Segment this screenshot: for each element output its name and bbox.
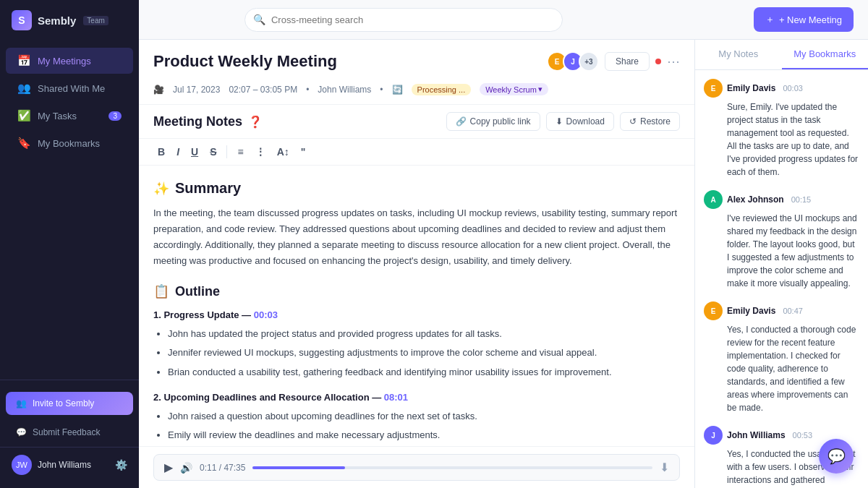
invite-label: Invite to Sembly (33, 398, 94, 408)
comment-time: 00:53 (793, 431, 813, 440)
recording-indicator (655, 59, 661, 64)
settings-icon[interactable]: ⚙️ (115, 459, 127, 471)
right-panel: My Notes My Bookmarks E Emily Davis 00:0… (694, 40, 868, 488)
new-meeting-label: + New Meeting (779, 14, 842, 25)
play-button[interactable]: ▶ (164, 461, 173, 474)
player-download-button[interactable]: ⬇ (660, 461, 669, 474)
bullet-item: Jennifer reviewed UI mockups, suggesting… (168, 345, 680, 361)
timestamp-link[interactable]: 00:03 (254, 309, 278, 320)
comment-item: E Emily Davis 00:47 Yes, I conducted a t… (704, 301, 859, 414)
sidebar-nav: 📅 My Meetings 👥 Shared With Me ✅ My Task… (0, 40, 139, 380)
font-size-button[interactable]: A↕ (273, 143, 294, 160)
processing-tag: Processing ... (412, 84, 472, 95)
dot-sep: • (306, 85, 309, 95)
category-tag[interactable]: Weekly Scrum ▾ (480, 83, 548, 95)
help-icon[interactable]: ❓ (248, 115, 263, 129)
chat-icon: 💬 (16, 427, 27, 437)
outline-item-title: 2. Upcoming Deadlines and Resource Alloc… (153, 392, 680, 403)
italic-button[interactable]: I (172, 143, 184, 160)
sidebar-item-label: Shared With Me (38, 83, 105, 94)
notes-title: Meeting Notes ❓ (153, 114, 263, 129)
sidebar: S Sembly Team 📅 My Meetings 👥 Shared Wit… (0, 0, 139, 488)
comment-time: 00:15 (791, 195, 812, 204)
comment-avatar: J (704, 426, 723, 445)
outline-items: 1. Progress Update — 00:03 John has upda… (153, 309, 680, 442)
search-input[interactable] (244, 8, 563, 32)
user-row: JW John Williams ⚙️ (0, 447, 139, 482)
main-content: 🔍 ＋ + New Meeting Product Weekly Meeting… (139, 0, 868, 488)
numbered-list-button[interactable]: ⋮ (251, 143, 270, 160)
sidebar-item-my-meetings[interactable]: 📅 My Meetings (6, 48, 133, 74)
toolbar-right: 🔗 Copy public link ⬇ Download ↺ Restore (446, 112, 680, 131)
bold-button[interactable]: B (153, 143, 169, 160)
tab-my-notes[interactable]: My Notes (695, 40, 782, 69)
feedback-label: Submit Feedback (33, 427, 100, 437)
calendar-icon: 📅 (17, 54, 30, 67)
restore-button[interactable]: ↺ Restore (620, 112, 680, 131)
more-options-button[interactable]: ⋯ (667, 53, 680, 69)
invite-button[interactable]: 👥 Invite to Sembly (6, 392, 133, 415)
tab-my-bookmarks[interactable]: My Bookmarks (782, 40, 869, 69)
format-bar: B I U S ≡ ⋮ A↕ " (139, 139, 694, 166)
strikethrough-button[interactable]: S (205, 143, 221, 160)
refresh-icon: 🔄 (392, 85, 403, 95)
share-button[interactable]: Share (605, 52, 650, 71)
search-bar: 🔍 (244, 8, 563, 32)
people-icon: 👥 (17, 82, 30, 95)
sidebar-item-label: My Tasks (38, 111, 77, 121)
chevron-down-icon: ▾ (538, 85, 542, 94)
meeting-date: Jul 17, 2023 (173, 85, 220, 95)
notes-content: ✨ Summary In the meeting, the team discu… (139, 166, 694, 446)
sidebar-item-shared-with-me[interactable]: 👥 Shared With Me (6, 75, 133, 101)
meeting-host: John Williams (318, 85, 371, 95)
avatar-extra: +3 (579, 51, 599, 72)
avatar-group: E J +3 (547, 51, 599, 72)
commenter-name: Alex Johnson (727, 194, 784, 205)
people-plus-icon: 👥 (16, 398, 27, 408)
underline-button[interactable]: U (187, 143, 203, 160)
bullet-list-button[interactable]: ≡ (233, 143, 247, 160)
comment-item: A Alex Johnson 00:15 I've reviewed the U… (704, 190, 859, 290)
panel-tabs: My Notes My Bookmarks (695, 40, 868, 70)
feedback-button[interactable]: 💬 Submit Feedback (6, 421, 133, 444)
logo-icon: S (12, 10, 32, 30)
restore-icon: ↺ (629, 116, 637, 127)
comment-item: E Emily Davis 00:03 Sure, Emily. I've up… (704, 79, 859, 179)
comment-header: E Emily Davis 00:47 (704, 301, 859, 320)
panel-content: E Emily Davis 00:03 Sure, Emily. I've up… (695, 70, 868, 488)
audio-player: ▶ 🔊 0:11 / 47:35 ⬇ (139, 446, 694, 488)
bullet-list: John raised a question about upcoming de… (168, 408, 680, 443)
team-label: Team (83, 16, 108, 25)
commenter-name: Emily Davis (727, 306, 775, 316)
progress-fill (252, 466, 344, 469)
sidebar-bottom: 👥 Invite to Sembly 💬 Submit Feedback JW … (0, 380, 139, 488)
outline-item: 1. Progress Update — 00:03 John has upda… (153, 309, 680, 380)
summary-header: ✨ Summary (153, 180, 680, 197)
meeting-meta: 🎥 Jul 17, 2023 02:07 – 03:05 PM • John W… (153, 77, 680, 104)
bullet-item: John raised a question about upcoming de… (168, 408, 680, 424)
tasks-badge: 3 (109, 111, 122, 121)
volume-button[interactable]: 🔊 (180, 462, 192, 474)
floating-action-button[interactable]: 💬 (819, 439, 854, 474)
download-button[interactable]: ⬇ Download (546, 112, 614, 131)
copy-link-button[interactable]: 🔗 Copy public link (446, 112, 540, 131)
new-meeting-button[interactable]: ＋ + New Meeting (754, 7, 854, 32)
sidebar-item-my-tasks[interactable]: ✅ My Tasks 3 (6, 103, 133, 129)
topbar: 🔍 ＋ + New Meeting (139, 0, 868, 40)
bullet-item: Emily will review the deadlines and make… (168, 427, 680, 443)
clipboard-icon: 📋 (153, 283, 169, 299)
timestamp-link[interactable]: 08:01 (384, 392, 408, 403)
video-icon: 🎥 (153, 85, 164, 95)
commenter-name: John Williams (727, 430, 786, 440)
bullet-item: John has updated the project status and … (168, 326, 680, 342)
bullet-item: Brian conducted a usability test, gather… (168, 364, 680, 380)
comment-time: 00:47 (783, 307, 803, 315)
dot-sep2: • (380, 85, 383, 95)
progress-track[interactable] (252, 466, 652, 469)
download-icon: ⬇ (556, 116, 563, 127)
sidebar-item-my-bookmarks[interactable]: 🔖 My Bookmarks (6, 130, 133, 156)
comment-header: E Emily Davis 00:03 (704, 79, 859, 98)
comment-avatar: E (704, 301, 723, 320)
meeting-title-row: Product Weekly Meeting E J +3 Share ⋯ (153, 51, 680, 72)
quote-button[interactable]: " (297, 143, 310, 160)
